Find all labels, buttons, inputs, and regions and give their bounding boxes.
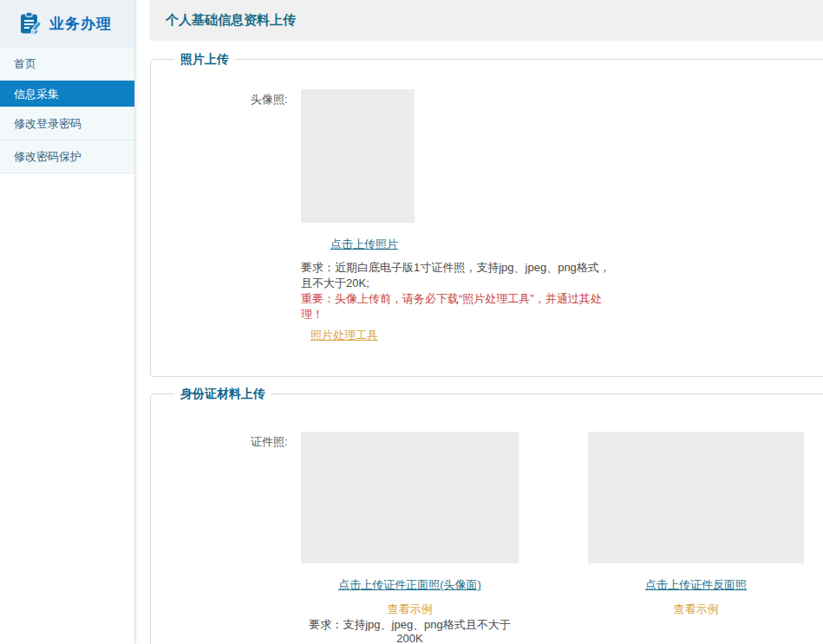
avatar-row: 头像照: 点击上传照片 要求：近期白底电子版1寸证件照，支持jpg、jpeg、p…: [151, 60, 823, 343]
photo-tool-link[interactable]: 照片处理工具: [310, 328, 378, 343]
avatar-photo-label: 头像照:: [251, 89, 298, 343]
clipboard-pencil-icon: [17, 11, 42, 36]
idcard-back-placeholder[interactable]: [588, 432, 804, 563]
sidebar-item-home[interactable]: 首页: [0, 47, 134, 80]
sidebar: 业务办理 首页 信息采集 修改登录密码 修改密码保护: [0, 0, 135, 644]
sidebar-menu: 首页 信息采集 修改登录密码 修改密码保护: [0, 47, 134, 173]
sidebar-item-change-login-password[interactable]: 修改登录密码: [0, 107, 134, 140]
photo-section-legend: 照片上传: [174, 51, 235, 68]
photo-important-warning: 重要：头像上传前，请务必下载“照片处理工具”，并通过其处理！: [301, 291, 611, 322]
avatar-upload-column: 点击上传照片 要求：近期白底电子版1寸证件照，支持jpg、jpeg、png格式，…: [301, 89, 611, 343]
upload-idcard-front-link[interactable]: 点击上传证件正面照(头像面): [301, 578, 519, 591]
idcard-front-column: 点击上传证件正面照(头像面) 查看示例 要求：支持jpg、jpeg、png格式且…: [301, 432, 519, 644]
idcard-row: 证件照: 点击上传证件正面照(头像面) 查看示例 要求：支持jpg、jpeg、p…: [151, 394, 823, 644]
page-header: 个人基础信息资料上传: [149, 0, 823, 41]
photo-requirements: 要求：近期白底电子版1寸证件照，支持jpg、jpeg、png格式，且不大于20K…: [301, 260, 611, 322]
idcard-back-column: 点击上传证件反面照 查看示例: [588, 432, 804, 644]
sidebar-item-info-collection[interactable]: 信息采集: [0, 80, 134, 107]
sidebar-header: 业务办理: [0, 0, 134, 47]
main-content: 个人基础信息资料上传 照片上传 头像照: 点击上传照片 要求：近期白底电子版1寸…: [149, 0, 823, 644]
page-title: 个人基础信息资料上传: [166, 12, 296, 29]
idcard-photo-label: 证件照:: [251, 432, 298, 644]
idcard-front-example-link[interactable]: 查看示例: [301, 602, 519, 615]
idcard-section-legend: 身份证材料上传: [174, 386, 271, 402]
upload-idcard-back-link[interactable]: 点击上传证件反面照: [588, 578, 804, 591]
app-title: 业务办理: [49, 14, 112, 34]
idcard-back-example-link[interactable]: 查看示例: [588, 602, 804, 615]
idcard-requirement-text: 要求：支持jpg、jpeg、png格式且不大于200K: [301, 618, 519, 644]
photo-requirement-text: 要求：近期白底电子版1寸证件照，支持jpg、jpeg、png格式，且不大于20K…: [301, 260, 611, 291]
sidebar-item-change-password-protection[interactable]: 修改密码保护: [0, 140, 134, 172]
upload-avatar-link[interactable]: 点击上传照片: [301, 237, 428, 250]
idcard-upload-section: 身份证材料上传 证件照: 点击上传证件正面照(头像面) 查看示例 要求：支持jp…: [150, 394, 823, 644]
idcard-front-placeholder[interactable]: [301, 432, 519, 563]
avatar-photo-placeholder[interactable]: [301, 89, 415, 223]
photo-upload-section: 照片上传 头像照: 点击上传照片 要求：近期白底电子版1寸证件照，支持jpg、j…: [150, 59, 823, 377]
